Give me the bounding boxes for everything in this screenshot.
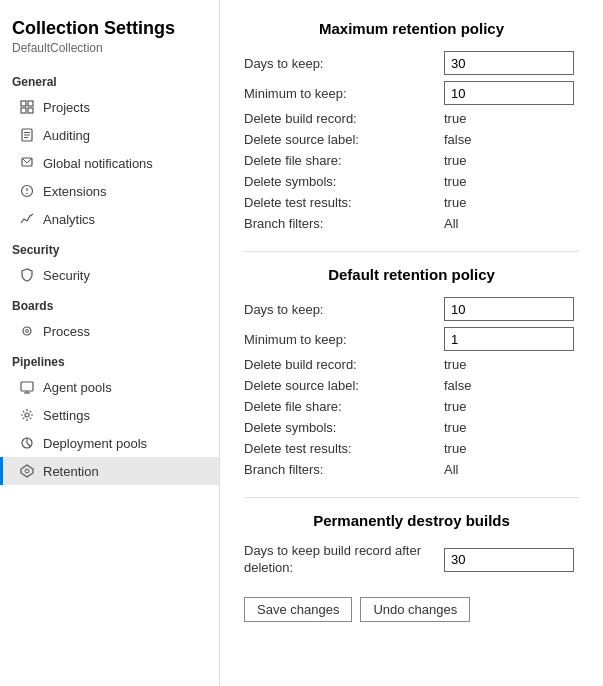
sidebar-item-projects[interactable]: Projects <box>0 93 219 121</box>
default-delete-source-label-label: Delete source label: <box>244 378 444 393</box>
svg-point-12 <box>23 327 31 335</box>
settings-label: Settings <box>43 408 90 423</box>
max-delete-test-results-row: Delete test results: true <box>244 195 579 210</box>
global-notifications-label: Global notifications <box>43 156 153 171</box>
deployment-pools-label: Deployment pools <box>43 436 147 451</box>
svg-rect-3 <box>28 108 33 113</box>
auditing-icon <box>19 127 35 143</box>
max-delete-source-label-row: Delete source label: false <box>244 132 579 147</box>
default-retention-section: Default retention policy Days to keep: M… <box>244 266 579 477</box>
default-retention-title: Default retention policy <box>244 266 579 283</box>
svg-rect-0 <box>21 101 26 106</box>
max-min-to-keep-row: Minimum to keep: <box>244 81 579 105</box>
notifications-icon <box>19 155 35 171</box>
svg-marker-19 <box>21 465 33 477</box>
undo-button[interactable]: Undo changes <box>360 597 470 622</box>
default-delete-test-results-label: Delete test results: <box>244 441 444 456</box>
sidebar-item-retention[interactable]: Retention <box>0 457 219 485</box>
svg-point-20 <box>25 469 29 473</box>
max-retention-section: Maximum retention policy Days to keep: M… <box>244 20 579 231</box>
sidebar-item-global-notifications[interactable]: Global notifications <box>0 149 219 177</box>
default-days-to-keep-label: Days to keep: <box>244 302 444 317</box>
default-delete-source-label-row: Delete source label: false <box>244 378 579 393</box>
max-branch-filters-value: All <box>444 216 458 231</box>
sidebar-item-agent-pools[interactable]: Agent pools <box>0 373 219 401</box>
max-delete-symbols-value: true <box>444 174 466 189</box>
max-delete-file-share-label: Delete file share: <box>244 153 444 168</box>
process-label: Process <box>43 324 90 339</box>
svg-rect-1 <box>28 101 33 106</box>
max-delete-build-record-row: Delete build record: true <box>244 111 579 126</box>
permanently-destroy-title: Permanently destroy builds <box>244 512 579 529</box>
security-icon <box>19 267 35 283</box>
sidebar-item-auditing[interactable]: Auditing <box>0 121 219 149</box>
default-delete-file-share-row: Delete file share: true <box>244 399 579 414</box>
max-delete-file-share-row: Delete file share: true <box>244 153 579 168</box>
default-delete-file-share-value: true <box>444 399 466 414</box>
default-delete-source-label-value: false <box>444 378 471 393</box>
max-delete-source-label-value: false <box>444 132 471 147</box>
default-min-to-keep-label: Minimum to keep: <box>244 332 444 347</box>
sidebar-item-extensions[interactable]: Extensions <box>0 177 219 205</box>
max-delete-file-share-value: true <box>444 153 466 168</box>
max-days-to-keep-row: Days to keep: <box>244 51 579 75</box>
days-keep-build-record-row: Days to keep build record after deletion… <box>244 543 579 577</box>
agent-pools-icon <box>19 379 35 395</box>
section-security: Security <box>0 233 219 261</box>
extensions-icon <box>19 183 35 199</box>
security-label: Security <box>43 268 90 283</box>
sidebar-item-analytics[interactable]: Analytics <box>0 205 219 233</box>
sidebar-item-settings[interactable]: Settings <box>0 401 219 429</box>
divider-1 <box>244 251 579 252</box>
days-keep-build-record-input[interactable] <box>444 548 574 572</box>
deployment-pools-icon <box>19 435 35 451</box>
default-branch-filters-row: Branch filters: All <box>244 462 579 477</box>
max-delete-symbols-row: Delete symbols: true <box>244 174 579 189</box>
default-delete-symbols-label: Delete symbols: <box>244 420 444 435</box>
save-button[interactable]: Save changes <box>244 597 352 622</box>
default-branch-filters-value: All <box>444 462 458 477</box>
projects-icon <box>19 99 35 115</box>
extensions-label: Extensions <box>43 184 107 199</box>
default-delete-symbols-row: Delete symbols: true <box>244 420 579 435</box>
section-pipelines: Pipelines <box>0 345 219 373</box>
retention-icon <box>19 463 35 479</box>
max-retention-title: Maximum retention policy <box>244 20 579 37</box>
default-delete-build-record-label: Delete build record: <box>244 357 444 372</box>
max-delete-source-label-label: Delete source label: <box>244 132 444 147</box>
max-delete-test-results-value: true <box>444 195 466 210</box>
default-days-to-keep-row: Days to keep: <box>244 297 579 321</box>
max-branch-filters-label: Branch filters: <box>244 216 444 231</box>
page-title: Collection Settings <box>0 10 219 41</box>
buttons-row: Save changes Undo changes <box>244 597 579 622</box>
analytics-label: Analytics <box>43 212 95 227</box>
max-min-to-keep-input[interactable] <box>444 81 574 105</box>
default-delete-test-results-value: true <box>444 441 466 456</box>
default-delete-test-results-row: Delete test results: true <box>244 441 579 456</box>
max-delete-symbols-label: Delete symbols: <box>244 174 444 189</box>
section-boards: Boards <box>0 289 219 317</box>
default-delete-symbols-value: true <box>444 420 466 435</box>
svg-point-17 <box>25 413 29 417</box>
sidebar: Collection Settings DefaultCollection Ge… <box>0 0 220 686</box>
days-keep-build-record-label: Days to keep build record after deletion… <box>244 543 444 577</box>
sidebar-item-security[interactable]: Security <box>0 261 219 289</box>
max-min-to-keep-label: Minimum to keep: <box>244 86 444 101</box>
default-delete-build-record-value: true <box>444 357 466 372</box>
collection-name: DefaultCollection <box>0 41 219 65</box>
analytics-icon <box>19 211 35 227</box>
default-days-to-keep-input[interactable] <box>444 297 574 321</box>
permanently-destroy-section: Permanently destroy builds Days to keep … <box>244 512 579 577</box>
agent-pools-label: Agent pools <box>43 380 112 395</box>
default-min-to-keep-input[interactable] <box>444 327 574 351</box>
auditing-label: Auditing <box>43 128 90 143</box>
max-days-to-keep-label: Days to keep: <box>244 56 444 71</box>
sidebar-item-deployment-pools[interactable]: Deployment pools <box>0 429 219 457</box>
process-icon <box>19 323 35 339</box>
svg-rect-2 <box>21 108 26 113</box>
default-min-to-keep-row: Minimum to keep: <box>244 327 579 351</box>
max-delete-build-record-label: Delete build record: <box>244 111 444 126</box>
sidebar-item-process[interactable]: Process <box>0 317 219 345</box>
max-days-to-keep-input[interactable] <box>444 51 574 75</box>
max-delete-test-results-label: Delete test results: <box>244 195 444 210</box>
